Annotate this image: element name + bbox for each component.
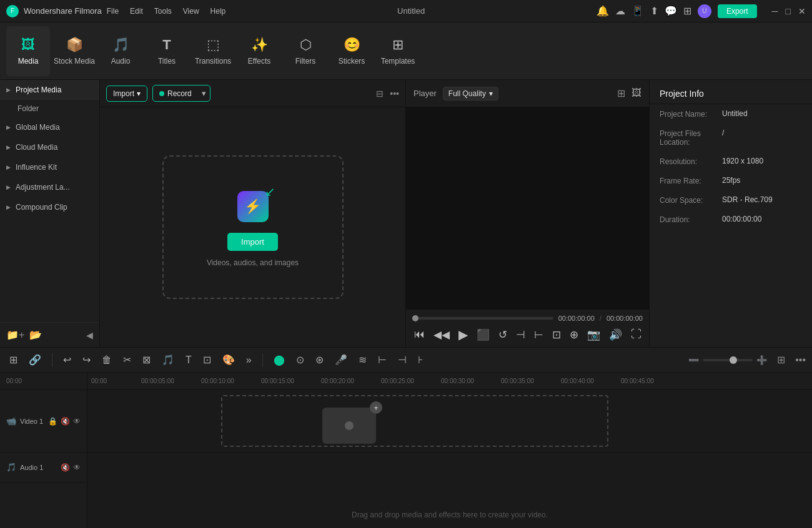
progress-track[interactable]	[412, 317, 553, 320]
ruler-mark-7: 00:00:35:00	[501, 378, 561, 384]
quality-select[interactable]: Full Quality ▾	[443, 87, 498, 100]
user-avatar[interactable]: U	[698, 4, 711, 18]
eye-icon[interactable]: 👁	[73, 417, 81, 426]
audio-detach-button[interactable]: 🎵	[159, 351, 177, 368]
cloud-icon[interactable]: ☁	[615, 5, 625, 17]
more-options-icon[interactable]: •••	[390, 89, 399, 99]
zoom-slider[interactable]	[703, 359, 753, 361]
mark-out-button[interactable]: ⊢	[534, 328, 543, 341]
skip-start-button[interactable]: ⏮	[414, 328, 425, 341]
speed-button[interactable]: ⊛	[312, 351, 327, 368]
timeline-content[interactable]: + Drag and drop media and effects here t…	[87, 390, 812, 528]
record-button[interactable]: Record	[153, 86, 198, 101]
group-button[interactable]: ⊣	[395, 351, 410, 368]
import-button[interactable]: Import ▾	[107, 86, 147, 101]
toolbar-audio[interactable]: 🎵 Audio	[99, 26, 142, 76]
media-toolbar-right: ⊟ •••	[376, 89, 399, 99]
crop-button[interactable]: ⊠	[139, 351, 154, 368]
sidebar-item-global-media[interactable]: ▶ Global Media	[0, 117, 99, 137]
toolbar-effects[interactable]: ✨ Effects	[237, 26, 281, 76]
play-button[interactable]: ▶	[458, 327, 468, 342]
minimize-button[interactable]: ─	[772, 6, 778, 16]
zoom-in-icon[interactable]: ➕	[756, 355, 767, 365]
import-drop-area[interactable]: ⚡ ↙ Import Videos, audios, and images	[162, 155, 344, 299]
player-snapshot-icon[interactable]: 🖼	[631, 87, 641, 99]
menu-view[interactable]: View	[183, 7, 199, 16]
devices-icon[interactable]: 📱	[631, 5, 644, 17]
scene-detect-button[interactable]: ⊡	[552, 328, 561, 341]
menu-help[interactable]: Help	[210, 7, 226, 16]
clip-volume-button[interactable]: ≋	[355, 351, 370, 368]
snapshot-button[interactable]: 📷	[587, 328, 600, 341]
scene-detection-button[interactable]: ⊞	[6, 351, 21, 368]
close-button[interactable]: ✕	[798, 6, 806, 16]
delete-button[interactable]: 🗑	[99, 352, 115, 368]
ripple-button[interactable]: ⊙	[293, 351, 307, 368]
add-folder-icon[interactable]: 📁+	[6, 329, 24, 341]
apps-icon[interactable]: ⊞	[683, 5, 691, 17]
share-icon[interactable]: ⬆	[650, 5, 658, 17]
record-arrow-icon[interactable]: ▾	[198, 86, 210, 101]
step-back-button[interactable]: ◀◀	[433, 328, 450, 341]
audio-mute-icon[interactable]: 🔇	[61, 463, 70, 472]
stop-button[interactable]: ⬛	[477, 328, 490, 341]
sidebar-item-adjustment-layer[interactable]: ▶ Adjustment La...	[0, 177, 99, 197]
redo-button[interactable]: ↪	[79, 351, 94, 368]
community-icon[interactable]: 💬	[665, 5, 677, 17]
toolbar-titles[interactable]: T Titles	[145, 26, 189, 76]
sidebar-item-influence-kit[interactable]: ▶ Influence Kit	[0, 157, 99, 177]
toolbar-filters[interactable]: ⬡ Filters	[284, 26, 327, 76]
open-folder-icon[interactable]: 📂	[29, 329, 42, 341]
timeline-active-tool[interactable]: ⬤	[270, 351, 288, 368]
cut-button[interactable]: ✂	[120, 351, 134, 368]
player-crop-icon[interactable]: ⊞	[617, 87, 625, 99]
detach-button[interactable]: ⊢	[375, 351, 390, 368]
title-bar: F Wondershare Filmora File Edit Tools Vi…	[0, 0, 812, 22]
audio-track-controls: 🔇 👁	[61, 463, 81, 472]
toolbar-stock-media[interactable]: 📦 Stock Media	[52, 26, 96, 76]
export-button[interactable]: Export	[718, 4, 757, 18]
split-button[interactable]: ⊦	[415, 351, 426, 368]
loop-button[interactable]: ↺	[498, 328, 507, 341]
filter-icon[interactable]: ⊟	[376, 89, 384, 99]
fullscreen-button[interactable]: ⛶	[631, 328, 641, 341]
sidebar-item-project-media[interactable]: ▶ Project Media	[0, 80, 99, 100]
grid-layout-icon[interactable]: ⊞	[777, 354, 785, 366]
progress-handle[interactable]	[412, 315, 418, 321]
lock-icon[interactable]: 🔒	[48, 417, 57, 426]
more-timeline-icon[interactable]: •••	[795, 354, 806, 366]
menu-file[interactable]: File	[107, 7, 119, 16]
zoom-handle[interactable]	[730, 356, 737, 364]
toolbar-templates[interactable]: ⊞ Templates	[376, 26, 420, 76]
zoom-out-icon[interactable]: ➖	[688, 355, 699, 365]
sidebar-item-compound-clip[interactable]: ▶ Compound Clip	[0, 197, 99, 217]
clip-to-timeline-button[interactable]: ⊕	[570, 328, 578, 341]
toolbar-stickers[interactable]: 😊 Stickers	[330, 26, 374, 76]
menu-edit[interactable]: Edit	[130, 7, 143, 16]
mark-in-button[interactable]: ⊣	[516, 328, 525, 341]
undo-button[interactable]: ↩	[60, 351, 74, 368]
player-progress-bar: 00:00:00:00 / 00:00:00:00	[412, 315, 643, 322]
sidebar-item-folder[interactable]: Folder	[0, 100, 99, 117]
notification-icon[interactable]: 🔔	[597, 5, 609, 17]
sidebar-collapse-icon[interactable]: ◀	[86, 330, 93, 340]
audio-button[interactable]: 🔊	[609, 328, 622, 341]
audio-record-button[interactable]: 🎤	[332, 351, 350, 368]
toolbar-media[interactable]: 🖼 Media	[6, 26, 50, 76]
magnet-button[interactable]: 🔗	[26, 351, 44, 368]
timeline-tracks: 00:00 📹 Video 1 🔒 🔇 👁 🎵 Audio 1 🔇 👁	[0, 373, 812, 528]
maximize-button[interactable]: □	[786, 6, 791, 16]
toolbar-transitions[interactable]: ⬚ Transitions	[191, 26, 235, 76]
toolbar-divider-2	[262, 353, 263, 367]
titlebar-right: 🔔 ☁ 📱 ⬆ 💬 ⊞ U Export ─ □ ✕	[597, 4, 806, 18]
color-button[interactable]: 🎨	[219, 351, 238, 368]
sidebar-item-cloud-media[interactable]: ▶ Cloud Media	[0, 137, 99, 157]
audio-eye-icon[interactable]: 👁	[73, 463, 81, 472]
mute-icon[interactable]: 🔇	[61, 417, 70, 426]
sidebar-project-media-label: Project Media	[16, 86, 61, 94]
transform-button[interactable]: ⊡	[200, 351, 214, 368]
text-button[interactable]: T	[182, 352, 195, 368]
more-tools-button[interactable]: »	[243, 352, 255, 368]
import-green-button[interactable]: Import	[227, 233, 278, 251]
menu-tools[interactable]: Tools	[154, 7, 172, 16]
